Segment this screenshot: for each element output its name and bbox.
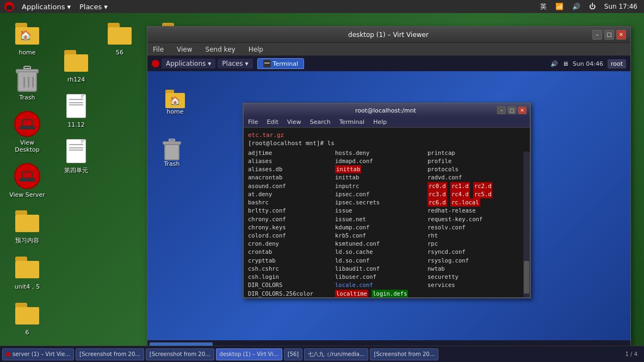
virt-minimize-button[interactable]: – <box>592 30 602 40</box>
list-item: ld.so.conf <box>335 257 428 265</box>
vm-user: root <box>608 59 626 68</box>
list-item: chrony.conf <box>248 215 335 223</box>
terminal-titlebar: root@localhost:/mnt – □ ✕ <box>244 104 530 117</box>
list-item: printcap <box>428 149 515 157</box>
virt-close-button[interactable]: ✕ <box>616 30 626 40</box>
list-item: brltty.conf <box>248 207 335 215</box>
list-item: rc0.d <box>428 182 447 190</box>
list-item: rc1.d <box>450 182 470 190</box>
disiyuandan-label: 第四单元 <box>64 166 88 174</box>
list-item: inittab <box>335 173 428 182</box>
terminal-menu-file[interactable]: File <box>247 118 259 126</box>
virt-menubar: File View Send key Help <box>147 43 630 56</box>
terminal-menu-help[interactable]: Help <box>372 118 388 126</box>
virt-menu-sendkey[interactable]: Send key <box>203 46 238 53</box>
desktop-icon-home[interactable]: 🏠 home <box>5 18 49 58</box>
list-item: rsyncd.conf <box>428 248 515 256</box>
terminal-scrollbar[interactable] <box>523 152 530 297</box>
taskbar-item-screenshot3[interactable]: [Screenshot from 20... <box>370 348 438 360</box>
list-item: cron.deny <box>248 240 335 248</box>
desktop-icon-6[interactable]: 6 <box>5 298 49 338</box>
list-item: rsyslog.conf <box>428 257 515 265</box>
places-menu[interactable]: Places ▾ <box>76 3 111 11</box>
ch1112-doc-icon <box>63 93 89 119</box>
list-item: ksmtuned.conf <box>335 240 428 248</box>
terminal-menu-terminal[interactable]: Terminal <box>338 118 366 126</box>
desktop-icon-rh124[interactable]: rh124 <box>54 46 98 85</box>
places-chevron: ▾ <box>104 3 108 11</box>
vm-places-label: Places <box>222 60 243 67</box>
terminal-scrollbar-thumb[interactable] <box>524 261 529 294</box>
icon-56-img <box>107 21 133 47</box>
list-item: protocols <box>428 165 515 173</box>
taskbar-screenshot1-label: [Screenshot from 20... <box>79 351 140 357</box>
list-item: issue.net <box>335 215 428 223</box>
virt-menu-file[interactable]: File <box>151 46 166 53</box>
list-item: rc4.d <box>450 190 470 198</box>
vm-terminal-tab[interactable]: Terminal <box>257 58 305 69</box>
desktop-icon-yuxineirong[interactable]: 预习内容 <box>5 206 49 247</box>
list-item: issue <box>335 207 428 215</box>
vm-places-menu[interactable]: Places ▾ <box>218 59 252 68</box>
vm-applications-menu[interactable]: Applications ▾ <box>162 59 215 68</box>
list-item: DIR_COLORS <box>248 281 335 289</box>
top-bar-right: 英 📶 🔊 ⏻ Sun 17:46 <box>538 2 640 11</box>
terminal-close-button[interactable]: ✕ <box>518 107 527 114</box>
list-item: login.defs <box>371 290 408 298</box>
taskbar-item-screenshot1[interactable]: [Screenshot from 20... <box>76 348 144 360</box>
vm-terminal-label: Terminal <box>273 60 299 67</box>
list-item: crontab <box>248 248 335 256</box>
terminal-menu-edit[interactable]: Edit <box>265 118 279 126</box>
applications-menu[interactable]: Applications ▾ <box>18 3 74 11</box>
vm-desktop-icon-trash[interactable]: Trash <box>153 136 191 170</box>
list-item: asound.conf <box>248 182 335 190</box>
virt-menu-help[interactable]: Help <box>246 46 265 53</box>
vm-datetime: Sun 04:46 <box>573 60 603 67</box>
folder6-icon <box>14 301 40 327</box>
virt-controls: – □ ✕ <box>592 30 626 40</box>
list-item: libaudit.conf <box>335 265 428 273</box>
terminal-minimize-button[interactable]: – <box>497 107 506 114</box>
list-item: rc.local <box>450 198 480 207</box>
terminal-maximize-button[interactable]: □ <box>507 107 516 114</box>
trash-label: Trash <box>19 94 35 101</box>
list-item: aliases <box>248 157 335 165</box>
virt-menu-view[interactable]: View <box>175 46 194 53</box>
virt-maximize-button[interactable]: □ <box>604 30 614 40</box>
terminal-menu-search[interactable]: Search <box>309 118 332 126</box>
list-item: nwtab <box>428 265 515 273</box>
list-item: rc2.d <box>473 182 493 190</box>
taskbar-item-56[interactable]: [56] <box>284 348 303 360</box>
terminal-prompt-line: etc.tar.gz <box>248 131 525 139</box>
desktop-icon-view-server[interactable]: View Server <box>5 161 49 201</box>
list-item: ld.so.cache <box>335 248 428 256</box>
desktop-icon-unit45[interactable]: unit4，5 <box>5 252 49 293</box>
vm-screen-icon: 🖥 <box>562 60 568 67</box>
list-item: at.deny <box>248 190 335 198</box>
yuxineirong-label: 预习内容 <box>15 236 39 245</box>
terminal-body[interactable]: etc.tar.gz [root@localhost mnt]# ls adjt… <box>244 128 530 297</box>
terminal-menu-view[interactable]: View <box>286 118 302 126</box>
vm-home-label: home <box>166 108 183 115</box>
terminal-command: [root@localhost mnt]# ls <box>248 140 335 147</box>
terminal-col2: hosts.deny idmapd.conf inittab inittab i… <box>335 149 428 297</box>
taskbar-item-media[interactable]: 七八九（/run/media... <box>304 348 368 360</box>
desktop-icon-disiyuandan[interactable]: 第四单元 <box>54 136 98 177</box>
list-item: anacrontab <box>248 173 335 182</box>
desktop-icon-view-desktop[interactable]: View Desktop <box>5 109 49 155</box>
vm-home-icon: 🏠 <box>164 90 186 108</box>
desktop-icon-1112[interactable]: 11.12 <box>54 91 98 130</box>
wifi-icon: 📶 <box>553 3 566 10</box>
vm-topbar-left: Applications ▾ Places ▾ Terminal <box>152 58 304 69</box>
taskbar-item-desktop[interactable]: desktop (1) – Virt Vi... <box>216 348 282 360</box>
desktop-icon-trash[interactable]: Trash <box>5 64 49 103</box>
rh124-folder-icon <box>63 48 89 74</box>
list-item: rht <box>428 232 515 240</box>
virt-titlebar: desktop (1) – Virt Viewer – □ ✕ <box>147 27 630 43</box>
taskbar-item-server[interactable]: server (1) – Virt Vie... <box>2 348 74 360</box>
taskbar-screenshot2-label: [Screenshot from 20... <box>150 351 210 357</box>
desktop-icon-56[interactable]: 56 <box>98 18 141 58</box>
list-item: rc3.d <box>428 190 447 198</box>
vm-desktop-icon-home[interactable]: 🏠 home <box>156 88 194 117</box>
taskbar-item-screenshot2[interactable]: [Screenshot from 20... <box>146 348 214 360</box>
